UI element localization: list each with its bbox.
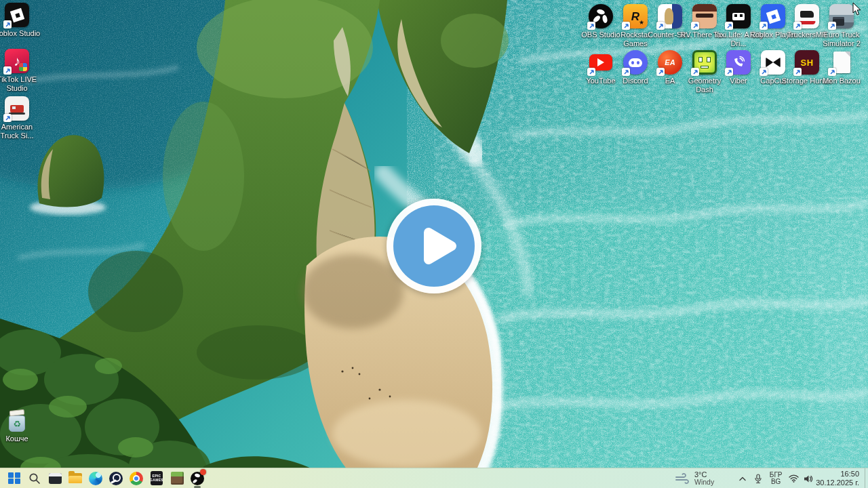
- edge-button[interactable]: [85, 468, 106, 488]
- desktop-icon-recycle-bin[interactable]: ♻ Кошче: [0, 408, 43, 443]
- file-explorer-icon: [68, 473, 82, 483]
- shortcut-arrow-icon: [793, 22, 802, 30]
- search-button[interactable]: [24, 468, 45, 488]
- chevron-up-icon: [739, 476, 746, 481]
- date: 30.12.2025 г.: [816, 479, 859, 487]
- icon-label: Euro Truck Simulator 2: [816, 30, 867, 47]
- show-desktop-button[interactable]: [865, 468, 868, 488]
- microphone-tray-button[interactable]: [751, 468, 766, 488]
- wifi-tray-button[interactable]: [786, 468, 801, 488]
- shortcut-arrow-icon: [725, 68, 733, 76]
- recycle-bin-icon: ♻: [5, 409, 28, 432]
- steam-button[interactable]: [106, 468, 126, 488]
- shortcut-arrow-icon: [793, 68, 802, 76]
- search-icon: [28, 472, 41, 485]
- desktop-icon-american-truck-simulator[interactable]: American Truck Si...: [0, 96, 43, 140]
- volume-tray-button[interactable]: [801, 468, 816, 488]
- desktop-icon-tiktok-live-studio[interactable]: ♪ TikTok LIVE Studio: [0, 49, 43, 92]
- language-indicator[interactable]: БГР BG: [766, 468, 786, 488]
- icon-label: EA: [665, 77, 675, 85]
- desktop-icon-mon-bazou[interactable]: Mon Bazou: [816, 50, 867, 85]
- start-button[interactable]: [4, 468, 24, 488]
- notification-badge: [200, 469, 206, 475]
- shortcut-arrow-icon: [622, 22, 630, 30]
- task-view-icon: [49, 473, 62, 484]
- shortcut-arrow-icon: [828, 22, 836, 30]
- task-view-button[interactable]: [45, 468, 65, 488]
- icon-label: TikTok LIVE Studio: [0, 75, 43, 92]
- shortcut-arrow-icon: [760, 68, 768, 76]
- shortcut-arrow-icon: [3, 114, 12, 122]
- icon-label: Viber: [730, 77, 747, 85]
- shortcut-arrow-icon: [691, 22, 699, 30]
- minecraft-icon: [171, 472, 184, 485]
- shortcut-arrow-icon: [587, 68, 595, 76]
- volume-icon: [804, 474, 813, 483]
- clock[interactable]: 16:50 30.12.2025 г.: [816, 468, 865, 488]
- shortcut-arrow-icon: [622, 68, 630, 76]
- microphone-icon: [754, 474, 762, 484]
- shortcut-arrow-icon: [760, 22, 768, 30]
- shortcut-arrow-icon: [587, 22, 595, 30]
- time: 16:50: [840, 470, 859, 479]
- weather-condition: Windy: [694, 479, 714, 486]
- steam-icon: [109, 472, 123, 485]
- shortcut-arrow-icon: [656, 22, 665, 30]
- mouse-cursor: [852, 2, 862, 16]
- shortcut-arrow-icon: [828, 68, 836, 76]
- running-indicator: [194, 486, 201, 488]
- weather-widget[interactable]: 3°C Windy: [675, 468, 714, 488]
- wind-icon: [675, 472, 690, 485]
- shortcut-arrow-icon: [3, 66, 12, 75]
- shortcut-arrow-icon: [656, 68, 665, 76]
- wifi-icon: [789, 474, 799, 483]
- icon-label: Кошче: [5, 434, 28, 443]
- epic-games-button[interactable]: EPIC GAMES: [146, 468, 167, 488]
- shortcut-arrow-icon: [691, 68, 699, 76]
- desktop-icon-roblox-studio[interactable]: Roblox Studio: [0, 3, 43, 38]
- epic-games-icon: EPIC GAMES: [151, 471, 163, 485]
- tray-chevron-button[interactable]: [734, 468, 751, 488]
- shield-badge-icon: [19, 63, 27, 71]
- icon-label: Roblox Studio: [0, 29, 40, 38]
- shortcut-arrow-icon: [725, 22, 733, 30]
- video-play-button[interactable]: [387, 199, 481, 293]
- shortcut-arrow-icon: [3, 20, 12, 28]
- taskbar: EPIC GAMES 3°C Windy: [0, 468, 868, 488]
- play-icon: [393, 205, 475, 287]
- edge-icon: [89, 472, 102, 485]
- icon-label: American Truck Si...: [0, 123, 43, 140]
- desktop: Roblox Studio ♪ TikTok LIVE Studio Ameri…: [0, 0, 868, 488]
- windows-logo-icon: [8, 472, 20, 485]
- minecraft-button[interactable]: [167, 468, 187, 488]
- icon-label: Mon Bazou: [823, 77, 861, 85]
- chrome-button[interactable]: [126, 468, 146, 488]
- obs-studio-taskbar-button[interactable]: [187, 468, 208, 488]
- file-explorer-button[interactable]: [65, 468, 85, 488]
- system-tray: БГР BG 16:50 30.12.2025 г.: [734, 468, 868, 488]
- chrome-icon: [130, 472, 143, 485]
